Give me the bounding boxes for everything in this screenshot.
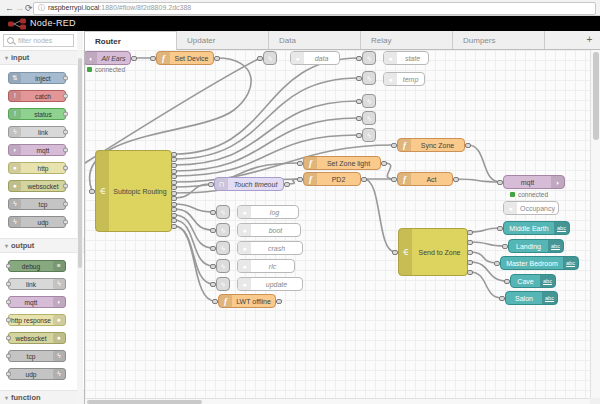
canvas-horizontal-scrollbar[interactable] [85,398,590,404]
node-port[interactable] [467,270,473,275]
tab-dumpers[interactable]: Dumpers [453,31,545,49]
node-port[interactable] [171,196,177,201]
node-port[interactable] [171,152,177,157]
node-port[interactable] [171,163,177,168]
flow-node-set-zone-light[interactable]: fSet Zone light [303,156,381,170]
node-port[interactable] [465,143,471,148]
flow-node-link-out-log[interactable]: ϟ [216,205,230,219]
palette-search-input[interactable] [16,36,72,45]
palette-section-input[interactable]: ▾input [0,50,84,65]
node-port[interactable] [89,189,95,194]
node-port[interactable] [214,56,220,61]
flow-node-zone-cave[interactable]: Caveabc [510,274,556,288]
node-port[interactable] [284,182,290,187]
node-port[interactable] [171,185,177,190]
flow-node-link-out-boot[interactable]: ϟ [216,223,230,237]
node-port[interactable] [131,56,137,61]
node-port[interactable] [297,177,303,182]
palette-node-http[interactable]: ●http [8,162,66,174]
palette-node-udp[interactable]: udpϟ [8,368,66,380]
node-port[interactable] [150,56,156,61]
flow-node-zone-salon[interactable]: Salonabc [505,291,558,305]
palette-section-output[interactable]: ▾output [0,238,84,253]
flow-node-link-out-1[interactable]: ϟ [362,51,376,65]
palette-node-tcp[interactable]: ϟtcp [8,198,66,210]
flow-node-link-out-update[interactable]: ϟ [216,277,230,291]
palette-node-inject[interactable]: ⇅inject [8,72,66,84]
node-port[interactable] [210,282,216,287]
flow-node-link-out-data[interactable]: ϟ [263,51,277,65]
tab-updater[interactable]: Updater [177,31,269,49]
tab-relay[interactable]: Relay [361,31,453,49]
node-port[interactable] [171,218,177,223]
flow-node-link-out-3[interactable]: ϟ [362,94,376,108]
node-port[interactable] [171,174,177,179]
node-port[interactable] [171,202,177,207]
node-port[interactable] [257,56,263,61]
node-port[interactable] [453,177,459,182]
palette-node-websocket[interactable]: ●websocket [8,180,66,192]
browser-address-bar[interactable]: ⓘraspberrypi.local:1880/#flow/8f2d8809.2… [33,2,596,15]
flow-node-comment-temp[interactable]: ●temp [383,72,425,86]
flow-node-comment-log[interactable]: ●log [237,205,299,219]
node-port[interactable] [361,177,367,182]
flow-node-comment-crash[interactable]: ●crash [237,241,303,255]
canvas-vertical-scrollbar[interactable] [590,50,600,398]
palette-scrollbar-thumb[interactable] [78,58,82,268]
node-port[interactable] [391,143,397,148]
flow-node-comment-boot[interactable]: ●boot [237,223,301,237]
flow-node-sync-zone[interactable]: fSync Zone [397,138,465,152]
flow-node-pd2[interactable]: fPD2 [303,172,361,186]
flow-node-link-out-5[interactable]: ϟ [362,128,376,142]
node-port[interactable] [381,161,387,166]
palette-node-mqtt[interactable]: mqtt◗ [8,296,66,308]
browser-forward-button[interactable]: → [15,2,24,14]
node-port[interactable] [171,191,177,196]
canvas-horizontal-scrollbar-thumb[interactable] [87,400,202,404]
flow-node-comment-rlc[interactable]: ●rlc [237,259,295,273]
palette-node-mqtt[interactable]: ◗mqtt [8,144,66,156]
flow-node-lwt-offline[interactable]: fLWT offline [218,294,276,308]
flow-node-act[interactable]: fAct [397,172,453,186]
node-port[interactable] [494,261,500,266]
flow-node-mqtt-out[interactable]: mqtt◗ [503,175,565,189]
node-port[interactable] [356,116,362,121]
node-port[interactable] [208,182,214,187]
flow-node-zone-middle-earth[interactable]: Middle Earthabc [503,221,570,235]
node-port[interactable] [497,180,503,185]
node-port[interactable] [171,157,177,162]
node-port[interactable] [356,76,362,81]
node-port[interactable] [502,244,508,249]
flow-node-zone-master-bedroom[interactable]: Master Bedroomabc [500,256,579,270]
palette-node-debug[interactable]: debug≡ [8,260,66,272]
palette-search[interactable] [3,34,74,47]
node-port[interactable] [499,296,505,301]
palette-node-link[interactable]: linkϟ [8,278,66,290]
flow-node-comment-update[interactable]: ●update [237,277,303,291]
node-port[interactable] [210,264,216,269]
palette-node-udp[interactable]: ϟudp [8,216,66,228]
browser-refresh-button[interactable]: ⟳ [25,2,33,14]
palette-scrollbar[interactable] [77,31,83,404]
add-flow-button[interactable]: + [582,33,597,47]
node-port[interactable] [212,299,218,304]
flow-node-comment-state[interactable]: ●state [383,51,429,65]
flow-node-subtopic-routing[interactable]: ΨSubtopic Routing [95,150,172,232]
node-port[interactable] [210,246,216,251]
palette-node-status[interactable]: !status [8,108,66,120]
node-port[interactable] [467,230,473,235]
node-port[interactable] [356,133,362,138]
flow-canvas[interactable]: ◗All EarsfSet Deviceϟ●dataϟϟϟϟϟ●state●te… [85,50,590,398]
flow-node-link-out-2[interactable]: ϟ [362,71,376,85]
browser-back-button[interactable]: ← [5,2,14,14]
flow-node-link-out-4[interactable]: ϟ [362,111,376,125]
node-port[interactable] [276,299,282,304]
flow-node-comment-occupancy[interactable]: ●Occupancy [503,201,559,215]
flow-node-touch-timeout[interactable]: ⊓Touch timeout [214,177,284,191]
flow-node-comment-data[interactable]: ●data [290,51,340,65]
flow-node-set-device[interactable]: fSet Device [156,51,214,65]
node-port[interactable] [504,279,510,284]
flow-node-link-out-rlc[interactable]: ϟ [216,259,230,273]
node-port[interactable] [467,250,473,255]
node-port[interactable] [356,99,362,104]
